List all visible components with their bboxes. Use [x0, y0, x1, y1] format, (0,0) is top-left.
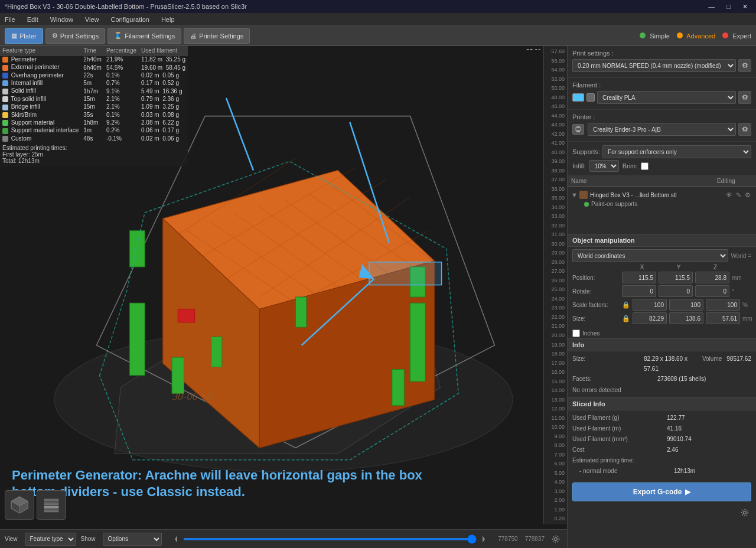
size-z-input[interactable]	[706, 312, 740, 324]
timing-info: Estimated printing times: First layer: 2…	[0, 142, 188, 167]
view-type-select[interactable]: Feature type	[25, 533, 76, 546]
show-options-select[interactable]: Options	[103, 533, 162, 546]
scale-z-input[interactable]	[706, 299, 740, 311]
object-manipulation-header: Object manipulation	[568, 234, 756, 247]
ft-header-name: Feature type	[0, 46, 81, 56]
plater-button[interactable]: ▦ Plater	[5, 28, 43, 44]
filament-settings-icon: 🧵	[114, 32, 122, 40]
scale-x-input[interactable]	[633, 299, 667, 311]
infill-row: Infill: 10% Brim:	[572, 160, 751, 172]
position-y-input[interactable]	[659, 272, 693, 283]
inches-label: Inches	[582, 330, 599, 337]
filament-select[interactable]: Creality PLA	[597, 91, 736, 104]
settings-icon[interactable]: ⚙	[743, 190, 752, 200]
layer-slider[interactable]	[183, 538, 477, 540]
scale-y-input[interactable]	[669, 299, 703, 311]
svg-rect-34	[369, 262, 442, 285]
print-settings-edit-btn[interactable]: ⚙	[738, 59, 751, 72]
filament-color-swatch[interactable]	[572, 93, 584, 102]
layers-icon[interactable]	[37, 490, 66, 520]
brim-checkbox[interactable]	[641, 162, 649, 170]
menu-help[interactable]: Help	[159, 15, 177, 24]
feature-color-dot	[2, 89, 8, 94]
cube-icon[interactable]	[5, 490, 34, 520]
object-row-main[interactable]: ▼ Hinged Box V3 - ...lled Bottom.stl 👁 ✎…	[568, 189, 756, 201]
cost-label: Cost	[572, 445, 667, 455]
filament-settings-button[interactable]: 🧵 Filament Settings	[107, 28, 181, 44]
menu-edit[interactable]: Edit	[25, 15, 41, 24]
rotate-y-input[interactable]	[659, 285, 693, 297]
feature-filament-cell: 1.09 m 3.25 g	[139, 103, 188, 110]
feature-name-cell: Support material interface	[0, 126, 81, 134]
filament-edit-btn[interactable]: ⚙	[738, 91, 751, 104]
coord-system-select[interactable]: World coordinates	[572, 249, 728, 262]
size-info-value: 82.29 x 138.60 x 57.61	[644, 354, 694, 374]
edit-icon[interactable]: ✎	[734, 190, 743, 200]
minimize-button[interactable]: —	[705, 3, 718, 11]
ruler-tick: 21.00	[544, 323, 567, 329]
ruler-tick: 48.00	[544, 94, 567, 100]
size-y-input[interactable]	[669, 312, 703, 324]
viewport-area[interactable]: Feature type Time Percentage Used filame…	[0, 46, 567, 548]
feature-pct-cell: 9.2%	[104, 119, 139, 126]
object-manipulation-section: World coordinates World = X Y Z Position…	[568, 247, 756, 328]
svg-text:30-06  SB: 30-06 SB	[171, 390, 216, 402]
ruler-tick: 2.00	[544, 497, 567, 503]
coord-headers: X Y Z	[572, 264, 751, 272]
rotate-unit: °	[732, 288, 750, 295]
position-x-input[interactable]	[622, 272, 656, 283]
rotate-x-input[interactable]	[622, 285, 656, 297]
menu-file[interactable]: File	[2, 15, 18, 24]
svg-rect-49	[576, 131, 580, 132]
settings-gear-icon[interactable]	[549, 533, 562, 546]
simple-dot	[640, 32, 646, 38]
lock-icon[interactable]: 🔒	[622, 300, 630, 309]
inches-checkbox[interactable]	[572, 330, 580, 337]
close-button[interactable]: ✕	[739, 3, 751, 11]
visibility-icon[interactable]: 👁	[724, 190, 734, 200]
feature-filament-cell: 0.17 m 0.52 g	[139, 79, 188, 87]
viewport-x-coords: 778750	[498, 536, 517, 542]
paint-dot-icon	[584, 202, 589, 207]
printer-select[interactable]: Creality Ender-3 Pro - A|B	[588, 123, 736, 136]
info-section: Size: 82.29 x 138.60 x 57.61 Volume 9851…	[568, 351, 756, 397]
mode-expert[interactable]: Expert	[722, 32, 751, 40]
print-settings-button[interactable]: ⚙ Print Settings	[45, 28, 105, 44]
mode-simple[interactable]: Simple	[640, 32, 670, 40]
used-filament-g-row: Used Filament (g) 122.77	[572, 413, 751, 423]
ft-header-filament: Used filament	[139, 46, 188, 56]
menu-window[interactable]: Window	[48, 15, 76, 24]
printer-edit-btn[interactable]: ⚙	[738, 123, 751, 136]
scale-unit: %	[742, 302, 751, 308]
size-row: Size: 🔒 mm	[572, 312, 751, 324]
print-settings-select[interactable]: 0.20 mm NORMAL SPEED (0.4 mm nozzle) (mo…	[572, 59, 736, 72]
menu-configuration[interactable]: Configuration	[108, 15, 151, 24]
paint-on-supports-item[interactable]: Paint-on supports	[568, 201, 756, 207]
feature-pct-cell: 9.1%	[104, 87, 139, 94]
feature-pct-cell: 0.2%	[104, 126, 139, 134]
infill-select[interactable]: 10%	[589, 160, 619, 172]
ruler-tick: 40.00	[544, 149, 567, 155]
export-gcode-button[interactable]: Export G-code ▶	[572, 482, 751, 501]
size-x-input[interactable]	[633, 312, 667, 324]
feature-filament-cell: 0.03 m 0.08 g	[139, 111, 188, 119]
mode-advanced[interactable]: Advanced	[677, 32, 715, 40]
rotate-z-input[interactable]	[695, 285, 729, 297]
ruler-tick: 9.00	[544, 433, 567, 439]
right-panel-settings-icon[interactable]	[738, 506, 751, 519]
printer-settings-button[interactable]: 🖨 Printer Settings	[184, 28, 250, 44]
feature-name-cell: Perimeter	[0, 56, 81, 64]
feature-name-cell: Skirt/Brim	[0, 111, 81, 119]
maximize-button[interactable]: □	[723, 3, 734, 11]
name-column-header: Name	[571, 178, 717, 184]
menubar: File Edit Window View Configuration Help	[0, 13, 756, 26]
supports-select[interactable]: For support enforcers only	[602, 145, 751, 158]
menu-view[interactable]: View	[83, 15, 102, 24]
name-editing-header: Name Editing	[568, 176, 756, 187]
size-lock-icon[interactable]: 🔒	[622, 314, 630, 323]
ft-header-pct: Percentage	[104, 46, 139, 56]
print-settings-header: Print settings :	[572, 50, 751, 57]
ruler-tick: 14.00	[544, 387, 567, 393]
position-label: Position:	[572, 275, 620, 281]
position-z-input[interactable]	[695, 272, 729, 283]
